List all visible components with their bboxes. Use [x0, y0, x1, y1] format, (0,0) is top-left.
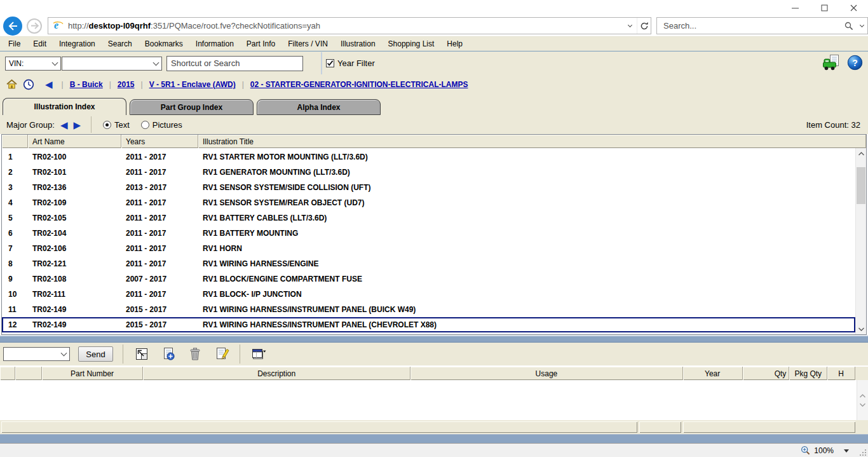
radio-option-text[interactable]: Text: [103, 120, 130, 130]
search-input[interactable]: [657, 21, 842, 31]
close-button[interactable]: [839, 0, 868, 15]
menu-item-bookmarks[interactable]: Bookmarks: [139, 39, 189, 48]
vehicle-document-icon: [822, 54, 841, 71]
zoom-magnifier-icon: [801, 446, 811, 456]
vin-combobox[interactable]: VIN:: [5, 57, 61, 71]
splitter-bar[interactable]: [0, 335, 868, 343]
send-button-label: Send: [86, 350, 105, 359]
vertical-scrollbar[interactable]: [855, 148, 866, 334]
menu-item-search[interactable]: Search: [102, 39, 139, 48]
search-dropdown-button[interactable]: [856, 18, 867, 34]
illustration-row-9[interactable]: 9TR02-1082007 - 2017RV1 BLOCK/ENGINE COM…: [2, 271, 855, 287]
menu-item-help[interactable]: Help: [440, 39, 469, 48]
cell-title: RV1 WIRING HARNESS/INSTRUMENT PANEL (BUI…: [198, 305, 855, 314]
tab-illustration-index[interactable]: Illustration Index: [3, 98, 126, 115]
major-group-next-button[interactable]: ▶: [73, 120, 81, 130]
scroll-up-button[interactable]: [856, 148, 866, 159]
tab-alpha-index[interactable]: Alpha Index: [257, 99, 381, 115]
menu-item-shopping-list[interactable]: Shopping List: [382, 39, 441, 48]
illustration-row-11[interactable]: 11TR02-1492015 - 2017RV1 WIRING HARNESS/…: [2, 302, 855, 317]
tab-part-group-index[interactable]: Part Group Index: [130, 99, 254, 115]
menu-item-illustration[interactable]: Illustration: [334, 39, 382, 48]
toolbar-divider: [123, 344, 123, 364]
open-illustration-button[interactable]: [133, 346, 150, 362]
scrollbar-thumb[interactable]: [857, 167, 865, 204]
breadcrumb-back-button[interactable]: ◀: [45, 79, 53, 89]
minimize-button[interactable]: [780, 0, 810, 15]
illustration-row-3[interactable]: 3TR02-1362013 - 2017RV1 SENSOR SYSTEM/SI…: [2, 180, 855, 195]
forward-button[interactable]: [27, 18, 42, 34]
menu-item-file[interactable]: File: [2, 39, 27, 48]
bottom-divider-bar: [0, 434, 868, 444]
parts-scrollbar[interactable]: [857, 380, 868, 420]
maximize-button[interactable]: [810, 0, 839, 15]
history-button[interactable]: [23, 79, 34, 90]
parts-column-qty[interactable]: Qty: [743, 367, 790, 380]
address-dropdown-button[interactable]: [623, 18, 637, 34]
illustration-row-4[interactable]: 4TR02-1092011 - 2017RV1 SENSOR SYSTEM/RE…: [2, 195, 855, 210]
illustration-row-5[interactable]: 5TR02-1052011 - 2017RV1 BATTERY CABLES (…: [2, 210, 855, 226]
add-part-button[interactable]: [160, 346, 177, 362]
column-options-button[interactable]: [250, 346, 267, 362]
menu-item-part-info[interactable]: Part Info: [240, 39, 281, 48]
cell-years: 2011 - 2017: [121, 198, 198, 207]
zoom-control[interactable]: 100%: [801, 446, 849, 456]
illustration-row-12[interactable]: 12TR02-1492015 - 2017RV1 WIRING HARNESS/…: [2, 317, 855, 332]
parts-column-blank[interactable]: [0, 367, 15, 380]
back-button[interactable]: [3, 17, 22, 36]
major-group-prev-button[interactable]: ◀: [60, 120, 68, 130]
column-header-art-name[interactable]: Art Name: [28, 135, 121, 148]
parts-column-year[interactable]: Year: [683, 367, 743, 380]
parts-column-blank[interactable]: [15, 367, 42, 380]
quantity-combobox[interactable]: [3, 347, 70, 361]
illustration-row-1[interactable]: 1TR02-1002011 - 2017RV1 STARTER MOTOR MO…: [2, 149, 855, 165]
edit-notes-button[interactable]: [214, 346, 230, 362]
column-header-blank[interactable]: [2, 135, 28, 148]
column-header-illustration-title[interactable]: Illustration Title: [198, 135, 866, 148]
parts-column-description[interactable]: Description: [143, 367, 410, 380]
parts-column-usage[interactable]: Usage: [410, 367, 683, 380]
vehicle-combobox[interactable]: [62, 57, 162, 71]
menu-item-integration[interactable]: Integration: [53, 39, 102, 48]
refresh-button[interactable]: [637, 18, 651, 34]
menu-item-filters-vin[interactable]: Filters / VIN: [281, 39, 334, 48]
cell-title: RV1 GENERATOR MOUNTING (LLT/3.6D): [198, 168, 855, 177]
illustration-row-2[interactable]: 2TR02-1012011 - 2017RV1 GENERATOR MOUNTI…: [2, 165, 855, 180]
home-button[interactable]: [6, 79, 17, 89]
shortcut-search-input[interactable]: [166, 56, 303, 71]
address-bar[interactable]: e http://desktop-l09qrhf:351/PQMace/root…: [48, 17, 651, 34]
send-button[interactable]: Send: [78, 346, 113, 362]
breadcrumb-link-b-buick[interactable]: B - Buick: [70, 80, 103, 89]
illustration-row-10[interactable]: 10TR02-1112011 - 2017RV1 BLOCK- I/P JUNC…: [2, 287, 855, 302]
chevron-up-icon: [858, 152, 864, 156]
breadcrumb-link-02-starter-generator-ignition-electrical-lamps[interactable]: 02 - STARTER-GENERATOR-IGNITION-ELECTRIC…: [250, 80, 468, 89]
column-header-years[interactable]: Years: [121, 135, 198, 148]
radio-option-pictures[interactable]: Pictures: [141, 120, 182, 130]
breadcrumb-link-2015[interactable]: 2015: [118, 80, 135, 89]
vehicle-report-button[interactable]: [822, 54, 841, 73]
year-filter-checkbox[interactable]: [326, 59, 334, 67]
year-filter-toggle[interactable]: Year Filter: [326, 58, 375, 68]
delete-button[interactable]: [187, 346, 203, 362]
breadcrumb-link-v-5r1-enclave-awd[interactable]: V - 5R1 - Enclave (AWD): [149, 80, 236, 89]
illustration-row-6[interactable]: 6TR02-1042011 - 2017RV1 BATTERY MOUNTING: [2, 226, 855, 241]
help-button[interactable]: ?: [847, 55, 863, 72]
title-bar: [0, 0, 868, 15]
vin-combobox-value: VIN:: [6, 59, 49, 68]
illustration-table: Art NameYearsIllustration Title 1TR02-10…: [1, 134, 867, 335]
illustration-row-8[interactable]: 8TR02-1212011 - 2017RV1 WIRING HARNESS/E…: [2, 256, 855, 271]
parts-column-part-number[interactable]: Part Number: [42, 367, 144, 380]
status-bar: 100%: [0, 444, 868, 457]
cell-art-name: TR02-100: [28, 153, 121, 161]
resize-grip[interactable]: [859, 449, 867, 456]
parts-column-h[interactable]: H: [827, 367, 855, 380]
zoom-dropdown-caret[interactable]: [844, 449, 849, 453]
menu-item-information[interactable]: Information: [189, 39, 240, 48]
illustration-row-7[interactable]: 7TR02-1062011 - 2017RV1 HORN: [2, 241, 855, 256]
cell-num: 11: [2, 305, 28, 314]
search-button[interactable]: [842, 18, 856, 34]
scroll-down-button[interactable]: [856, 324, 866, 334]
chevron-down-icon: [858, 327, 864, 331]
parts-column-pkg-qty[interactable]: Pkg Qty: [789, 367, 827, 380]
menu-item-edit[interactable]: Edit: [27, 39, 53, 48]
